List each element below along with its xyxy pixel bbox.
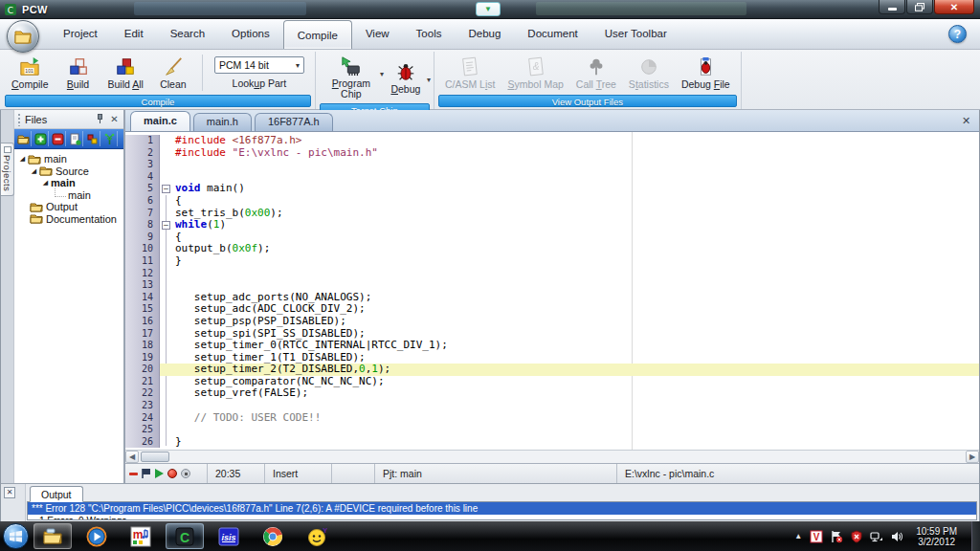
- isis-taskbar-button[interactable]: isis: [210, 523, 248, 549]
- menu-item-document[interactable]: Document: [514, 18, 590, 49]
- fold-column: [160, 279, 172, 292]
- title-bar[interactable]: C PCW ▼ ✕: [0, 0, 980, 19]
- projects-tab[interactable]: Projects: [1, 143, 14, 196]
- help-button[interactable]: ?: [948, 25, 967, 43]
- yahoo-taskbar-button[interactable]: Y: [298, 523, 336, 549]
- expander-icon[interactable]: ◢: [30, 167, 38, 175]
- status-spacer: [332, 464, 375, 483]
- chrome-taskbar-button[interactable]: [254, 523, 292, 549]
- add-file-button[interactable]: [33, 131, 49, 146]
- compile-button[interactable]: 101Compile: [6, 54, 55, 92]
- fold-toggle[interactable]: –: [162, 185, 170, 193]
- volume-tray-icon[interactable]: [889, 529, 903, 543]
- line-number: 7: [125, 208, 160, 220]
- tree-item-main[interactable]: ◢main: [14, 153, 123, 165]
- mixcraft-taskbar-button[interactable]: m: [122, 523, 160, 549]
- menu-item-user-toolbar[interactable]: User Toolbar: [591, 18, 680, 49]
- pcw-taskbar-button[interactable]: C: [166, 523, 204, 549]
- editor-tab-main-c[interactable]: main.c: [130, 111, 190, 131]
- fold-column: [160, 268, 172, 280]
- network-tray-icon[interactable]: [869, 529, 883, 543]
- output-tab[interactable]: Output: [30, 486, 83, 502]
- show-desktop-button[interactable]: [971, 521, 980, 551]
- panel-grip[interactable]: [17, 113, 21, 126]
- new-file-button[interactable]: [68, 131, 83, 146]
- scroll-right-arrow[interactable]: ▶: [966, 451, 979, 463]
- debug-file-button[interactable]: Debug File: [676, 54, 736, 92]
- fold-column: [160, 412, 172, 425]
- pin-button[interactable]: [94, 113, 106, 125]
- remove-file-icon: [52, 133, 64, 145]
- menu-item-tools[interactable]: Tools: [403, 18, 456, 49]
- device-family-select[interactable]: PCM 14 bit▾: [214, 56, 304, 74]
- clean-button[interactable]: Clean: [150, 54, 196, 92]
- code-line: 22 setup_vref(FALSE);: [125, 387, 979, 400]
- expander-icon[interactable]: ◢: [18, 155, 27, 163]
- close-tab-button[interactable]: ✕: [960, 115, 972, 127]
- program-chip-button[interactable]: Program Chip▾: [321, 53, 382, 101]
- line-number: 6: [125, 195, 160, 208]
- editor-tab-16f877a-h[interactable]: 16F877A.h: [255, 113, 333, 131]
- app-logo-orb[interactable]: [7, 20, 39, 53]
- security-alert-tray-icon[interactable]: [849, 529, 863, 543]
- tree-item-output[interactable]: Output: [14, 201, 123, 213]
- play-macro-icon[interactable]: [155, 469, 164, 478]
- fold-toggle[interactable]: –: [162, 221, 170, 230]
- flag-icon[interactable]: [142, 468, 151, 479]
- tree-item-main[interactable]: ◢main: [14, 177, 123, 189]
- menu-item-edit[interactable]: Edit: [111, 18, 157, 49]
- wmp-taskbar-button[interactable]: [78, 523, 116, 549]
- menu-item-options[interactable]: Options: [218, 18, 283, 49]
- fold-column: –: [160, 219, 172, 231]
- close-button[interactable]: ✕: [934, 0, 974, 14]
- menu-item-project[interactable]: Project: [50, 18, 111, 49]
- compile-icon: 101: [17, 55, 42, 78]
- error-message-row[interactable]: *** Error 128 "C:\Program Files\PICC\dev…: [28, 502, 976, 515]
- build-all-button[interactable]: Build All: [102, 54, 149, 92]
- horizontal-scrollbar[interactable]: ◀ ▶: [125, 450, 979, 463]
- close-panel-button[interactable]: ✕: [108, 113, 121, 125]
- build-button[interactable]: Build: [56, 54, 101, 92]
- files-panel: Files ✕ ◢main◢Source◢mainmainOutputDocum…: [14, 110, 125, 483]
- tree-item-documentation[interactable]: Documentation: [14, 213, 123, 226]
- scrollbar-thumb[interactable]: [141, 452, 169, 462]
- antivirus-tray-icon[interactable]: V: [809, 529, 823, 543]
- minimize-button[interactable]: [879, 0, 905, 14]
- build-cubes-button[interactable]: [85, 131, 100, 146]
- tree-item-source[interactable]: ◢Source: [14, 165, 123, 178]
- menu-item-view[interactable]: View: [352, 18, 403, 49]
- explorer-taskbar-button[interactable]: [33, 523, 72, 549]
- code-text: }: [172, 436, 979, 449]
- left-rail: Projects: [1, 110, 14, 483]
- output-close-button[interactable]: ✕: [4, 487, 15, 498]
- tray-expand-arrow[interactable]: ▲: [794, 532, 802, 540]
- tree-item-main[interactable]: main: [14, 189, 123, 202]
- editor-tab-main-h[interactable]: main.h: [193, 113, 252, 131]
- debug-button[interactable]: Debug▾: [383, 58, 429, 97]
- minimize-icon: [888, 8, 897, 11]
- open-folder-button[interactable]: [16, 131, 32, 146]
- expander-icon[interactable]: ◢: [41, 179, 50, 187]
- bookmark-remove-icon[interactable]: [129, 473, 138, 475]
- line-number: 3: [125, 159, 160, 171]
- menu-item-compile[interactable]: Compile: [283, 20, 352, 49]
- maximize-button[interactable]: [906, 0, 933, 14]
- action-center-tray-icon[interactable]: [829, 529, 843, 543]
- taskbar-clock[interactable]: 10:59 PM 3/2/2012: [910, 526, 963, 547]
- close-icon: ✕: [950, 2, 958, 12]
- background-artifact-button: ▼: [476, 2, 501, 16]
- menu-item-search[interactable]: Search: [157, 18, 218, 49]
- fold-column: [160, 316, 172, 328]
- line-number: 22: [125, 387, 160, 400]
- code-area[interactable]: 1#include <16f877a.h>2#include "E:\vxlnc…: [125, 132, 979, 450]
- record-macro-icon[interactable]: [167, 469, 177, 478]
- start-button[interactable]: [3, 523, 29, 549]
- refresh-tree-button[interactable]: [102, 131, 118, 146]
- lookup-part-button[interactable]: Lookup Part: [233, 78, 287, 89]
- menu-item-debug[interactable]: Debug: [455, 18, 514, 49]
- stop-macro-icon[interactable]: [181, 469, 190, 478]
- editor-tab-bar: main.cmain.h16F877A.h✕: [125, 110, 979, 132]
- code-line: 25: [125, 424, 979, 436]
- scroll-left-arrow[interactable]: ◀: [125, 451, 139, 463]
- remove-file-button[interactable]: [51, 131, 66, 146]
